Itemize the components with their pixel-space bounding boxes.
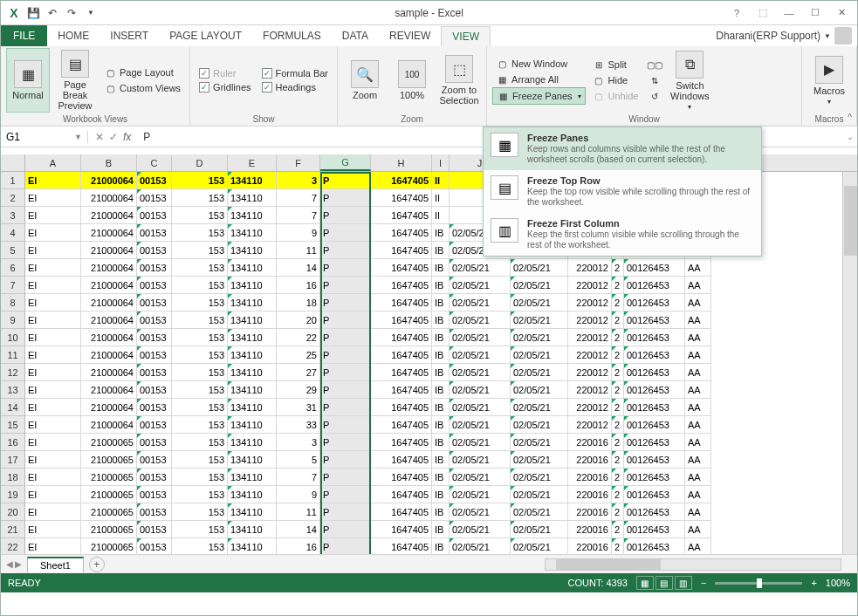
cell[interactable]: 220012 (568, 259, 612, 277)
cell[interactable]: P (320, 486, 371, 503)
tab-home[interactable]: HOME (47, 25, 100, 46)
cell[interactable]: IB (432, 364, 450, 381)
collapse-ribbon-icon[interactable]: ^ (848, 113, 852, 122)
cell[interactable]: II (432, 172, 450, 189)
cell[interactable]: 00153 (137, 259, 172, 277)
cell[interactable]: 1647405 (371, 329, 432, 346)
cell[interactable]: 134110 (228, 538, 277, 554)
cell[interactable]: 2 (612, 277, 624, 294)
cell[interactable]: AA (685, 294, 711, 311)
cell[interactable]: EI (25, 277, 81, 294)
cell[interactable]: 31 (277, 399, 320, 416)
fx-icon[interactable]: fx (123, 131, 131, 143)
cell[interactable]: 00153 (137, 381, 172, 399)
cell[interactable]: 134110 (228, 486, 277, 503)
maximize-icon[interactable]: ☐ (803, 3, 827, 23)
cell[interactable]: P (320, 294, 371, 311)
cell[interactable]: IB (432, 434, 450, 451)
horizontal-scroll-thumb[interactable] (556, 559, 661, 570)
cell[interactable]: P (320, 172, 371, 189)
cell[interactable]: 153 (172, 399, 228, 416)
cell[interactable]: 220016 (568, 521, 612, 538)
reset-position-button[interactable]: ↺ (645, 88, 664, 104)
row-header[interactable]: 3 (1, 207, 25, 224)
row-header[interactable]: 16 (1, 434, 25, 451)
cell[interactable]: 21000064 (81, 242, 137, 259)
cell[interactable]: P (320, 242, 371, 259)
row-header[interactable]: 17 (1, 451, 25, 469)
cell[interactable]: IB (432, 399, 450, 416)
cell[interactable]: AA (685, 469, 711, 486)
normal-view-icon[interactable]: ▦ (636, 576, 654, 590)
cell[interactable]: IB (432, 294, 450, 311)
cell[interactable]: 134110 (228, 242, 277, 259)
freeze-panes-button[interactable]: ▦Freeze Panes▾ (492, 87, 585, 105)
column-header-I[interactable]: I (432, 154, 450, 171)
page-break-preview-button[interactable]: ▤ Page Break Preview (53, 48, 97, 113)
cell[interactable]: 00126453 (624, 538, 685, 554)
cell[interactable]: 153 (172, 451, 228, 469)
cell[interactable]: EI (25, 381, 81, 399)
minimize-icon[interactable]: — (777, 3, 801, 23)
cell[interactable]: AA (685, 259, 711, 277)
cell[interactable]: P (320, 224, 371, 242)
row-header[interactable]: 21 (1, 521, 25, 538)
user-area[interactable]: Dharani(ERP Support) ▼ (716, 27, 852, 44)
cell[interactable]: 02/05/21 (511, 451, 568, 469)
cell[interactable]: 00153 (137, 329, 172, 346)
cell[interactable]: IB (432, 311, 450, 329)
cell[interactable]: 21000064 (81, 381, 137, 399)
cell[interactable]: 00126453 (624, 277, 685, 294)
cell[interactable]: 1647405 (371, 277, 432, 294)
cell[interactable]: 02/05/21 (450, 311, 511, 329)
cell[interactable]: II (432, 207, 450, 224)
cell[interactable]: 153 (172, 277, 228, 294)
cell[interactable]: 1647405 (371, 538, 432, 554)
cell[interactable]: 00126453 (624, 364, 685, 381)
undo-icon[interactable]: ↶ (45, 5, 60, 21)
sync-scroll-button[interactable]: ⇅ (645, 72, 664, 88)
cell[interactable]: 21000064 (81, 346, 137, 364)
freeze-panes-item[interactable]: ▦ Freeze Panes Keep rows and columns vis… (484, 127, 761, 170)
cell[interactable]: 33 (277, 416, 320, 434)
cell[interactable]: 220016 (568, 434, 612, 451)
zoom-out-icon[interactable]: − (701, 578, 706, 588)
cell[interactable]: 00126453 (624, 399, 685, 416)
tab-data[interactable]: DATA (332, 25, 379, 46)
cell[interactable]: 153 (172, 172, 228, 189)
row-header[interactable]: 11 (1, 346, 25, 364)
ruler-checkbox[interactable]: ✓Ruler (196, 66, 254, 80)
cell[interactable]: AA (685, 503, 711, 521)
cell[interactable]: 21000064 (81, 207, 137, 224)
row-header[interactable]: 4 (1, 224, 25, 242)
cell[interactable]: 02/05/21 (450, 416, 511, 434)
cell[interactable]: 02/05/21 (450, 503, 511, 521)
zoom-slider[interactable] (715, 582, 802, 585)
cell[interactable]: 22 (277, 329, 320, 346)
row-header[interactable]: 12 (1, 364, 25, 381)
cell[interactable]: P (320, 364, 371, 381)
cell[interactable]: 220012 (568, 399, 612, 416)
cell[interactable]: 220012 (568, 364, 612, 381)
cell[interactable]: AA (685, 364, 711, 381)
cell[interactable]: IB (432, 538, 450, 554)
cell[interactable]: 00153 (137, 346, 172, 364)
cell[interactable]: 220012 (568, 381, 612, 399)
cell[interactable]: 153 (172, 434, 228, 451)
cell[interactable]: IB (432, 486, 450, 503)
cell[interactable]: 134110 (228, 172, 277, 189)
cell[interactable]: 7 (277, 469, 320, 486)
cell[interactable]: 1647405 (371, 469, 432, 486)
cell[interactable]: 27 (277, 364, 320, 381)
cell[interactable]: 153 (172, 259, 228, 277)
cell[interactable]: IB (432, 329, 450, 346)
cell[interactable]: 02/05/21 (511, 538, 568, 554)
cell[interactable]: 220012 (568, 329, 612, 346)
cell[interactable]: 21000065 (81, 538, 137, 554)
cell[interactable]: 00153 (137, 294, 172, 311)
cell[interactable]: 00153 (137, 521, 172, 538)
cell[interactable]: 02/05/21 (450, 399, 511, 416)
column-header-A[interactable]: A (25, 154, 81, 171)
cell[interactable]: 220012 (568, 311, 612, 329)
cell[interactable]: P (320, 259, 371, 277)
